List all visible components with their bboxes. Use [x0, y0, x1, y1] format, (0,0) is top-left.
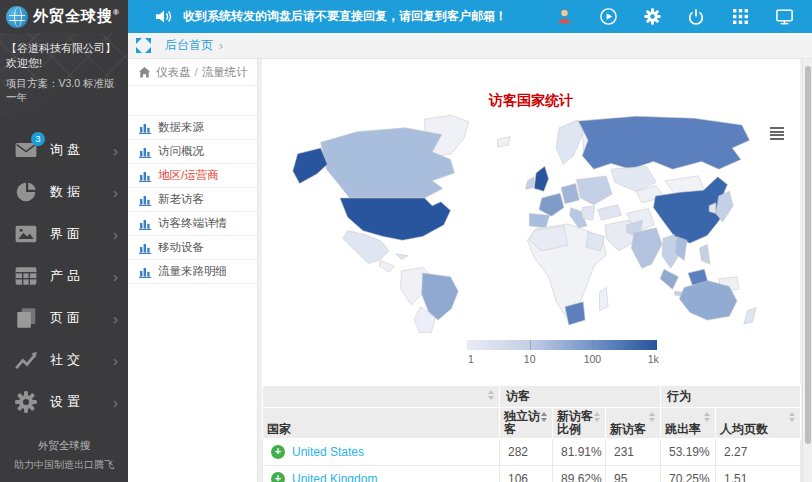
home-icon — [138, 66, 151, 79]
pie-chart-icon — [14, 180, 38, 204]
sidebar-item-interface[interactable]: 界面 › — [0, 213, 128, 255]
sub-item-label: 流量来路明细 — [158, 264, 227, 279]
logo-text: 外贸全球搜 — [33, 7, 113, 24]
col-header-country[interactable]: 国家 — [263, 408, 500, 439]
sidebar-item-label: 界面 — [50, 225, 113, 243]
chevron-right-icon: › — [113, 185, 118, 200]
breadcrumb-home-link[interactable]: 后台首页 — [165, 37, 213, 54]
image-icon — [14, 222, 38, 246]
sidebar-item-data[interactable]: 数据 › — [0, 171, 128, 213]
company-info: 【谷道科技有限公司】欢迎您! 项目方案：V3.0 标准版 一年 — [0, 33, 128, 115]
legend-tick: 1k — [648, 353, 659, 365]
globe-logo-icon — [6, 6, 28, 28]
sort-icon[interactable] — [488, 390, 494, 400]
col-header-bounce-rate[interactable]: 跳出率 — [661, 408, 716, 439]
vertical-scrollbar[interactable] — [802, 59, 812, 482]
cell-new-ratio: 81.91% — [553, 439, 606, 466]
sort-icon[interactable] — [704, 412, 710, 422]
sub-item-visit-overview[interactable]: 访问概况 — [128, 140, 257, 164]
line-chart-icon — [14, 348, 38, 372]
sort-icon[interactable] — [594, 412, 600, 422]
col-header-new-ratio[interactable]: 新访客比例 — [553, 408, 606, 439]
project-plan: 项目方案：V3.0 标准版 一年 — [6, 77, 122, 105]
sub-item-label: 新老访客 — [158, 192, 204, 207]
sidebar-item-label: 询盘 — [50, 141, 113, 159]
system-notice: 收到系统转发的询盘后请不要直接回复，请回复到客户邮箱！ — [183, 8, 507, 25]
user-avatar[interactable] — [542, 0, 586, 33]
world-map[interactable] — [288, 109, 788, 337]
col-header-unique-visitors[interactable]: 独立访客 — [500, 408, 553, 439]
footer-brand: 外贸全球搜 — [0, 439, 128, 453]
sub-item-data-source[interactable]: 数据来源 — [128, 116, 257, 140]
sidebar-item-settings[interactable]: 设置 › — [0, 381, 128, 423]
expand-plus-icon[interactable]: + — [271, 472, 285, 482]
chart-title: 访客国家统计 — [262, 92, 800, 110]
chart-panel: 访客国家统计 — [262, 59, 800, 482]
sidebar-footer: 外贸全球搜 助力中国制造出口腾飞 — [0, 431, 128, 482]
sidebar-item-product[interactable]: 产品 › — [0, 255, 128, 297]
inquiry-badge: 3 — [31, 132, 45, 146]
sub-item-visitor-terminal[interactable]: 访客终端详情 — [128, 212, 257, 236]
cell-bounce-rate: 53.19% — [661, 439, 716, 466]
scrollbar-thumb[interactable] — [805, 66, 811, 444]
cell-unique-visitors: 106 — [500, 466, 553, 482]
sub-item-traffic-source-detail[interactable]: 流量来路明细 — [128, 260, 257, 284]
cell-pages-per-visit: 2.27 — [716, 439, 801, 466]
monitor-icon[interactable] — [762, 0, 806, 33]
group-header-empty[interactable] — [263, 386, 500, 408]
country-link[interactable]: United States — [292, 445, 364, 459]
country-stats-table: 访客 行为 国家 独立访客 新访客比例 — [262, 385, 800, 482]
sidebar-menu: 3 询盘 › 数据 › 界面 › — [0, 129, 128, 423]
main-sidebar: 【谷道科技有限公司】欢迎您! 项目方案：V3.0 标准版 一年 3 询盘 › — [0, 33, 128, 482]
chevron-right-icon: › — [113, 395, 118, 410]
sub-item-label: 移动设备 — [158, 240, 204, 255]
breadcrumb-bar: 后台首页 › — [128, 33, 812, 59]
chevron-right-icon: › — [113, 143, 118, 158]
sidebar-item-label: 数据 — [50, 183, 113, 201]
registered-mark: ® — [113, 8, 120, 17]
sort-icon-active[interactable] — [541, 412, 547, 422]
mail-icon: 3 — [14, 138, 38, 162]
logo[interactable]: 外贸全球搜® — [0, 0, 128, 33]
bar-chart-icon — [139, 145, 152, 158]
fullscreen-expand-icon[interactable] — [136, 38, 151, 53]
cell-new-visitors: 231 — [606, 439, 661, 466]
sidebar-item-social[interactable]: 社交 › — [0, 339, 128, 381]
group-header-visitors: 访客 — [500, 386, 661, 408]
bar-chart-icon — [139, 265, 152, 278]
expand-plus-icon[interactable]: + — [271, 445, 285, 459]
sub-item-region-carrier[interactable]: 地区/运营商 — [128, 164, 257, 188]
chevron-right-icon: › — [113, 269, 118, 284]
gear-icon[interactable] — [630, 0, 674, 33]
speaker-icon — [154, 7, 173, 26]
sidebar-item-label: 页面 — [50, 309, 113, 327]
play-circle-icon[interactable] — [586, 0, 630, 33]
table-row: + United Kingdom 106 89.62% 95 70.25% 1.… — [263, 466, 801, 482]
col-header-pages-per-visit[interactable]: 人均页数 — [716, 408, 801, 439]
sub-breadcrumb: 仪表盘 / 流量统计 — [128, 59, 257, 86]
cell-unique-visitors: 282 — [500, 439, 553, 466]
sidebar-item-pages[interactable]: 页面 › — [0, 297, 128, 339]
cell-new-visitors: 95 — [606, 466, 661, 482]
cell-new-ratio: 89.62% — [553, 466, 606, 482]
crumb-section[interactable]: 仪表盘 — [156, 65, 191, 80]
sub-item-label: 地区/运营商 — [158, 168, 219, 183]
bar-chart-icon — [139, 241, 152, 254]
sub-item-label: 访问概况 — [158, 144, 204, 159]
apps-grid-icon[interactable] — [718, 0, 762, 33]
country-link[interactable]: United Kingdom — [292, 472, 377, 482]
gear-icon — [14, 390, 38, 414]
power-icon[interactable] — [674, 0, 718, 33]
sort-icon[interactable] — [649, 412, 655, 422]
col-header-new-visitors[interactable]: 新访客 — [606, 408, 661, 439]
table-row: + United States 282 81.91% 231 53.19% 2.… — [263, 439, 801, 466]
chevron-right-icon: › — [113, 311, 118, 326]
sub-item-mobile-devices[interactable]: 移动设备 — [128, 236, 257, 260]
cell-bounce-rate: 70.25% — [661, 466, 716, 482]
sub-item-new-old-visitors[interactable]: 新老访客 — [128, 188, 257, 212]
sub-item-label: 数据来源 — [158, 120, 204, 135]
chevron-right-icon: › — [113, 353, 118, 368]
sort-icon[interactable] — [789, 412, 795, 422]
sub-sidebar: 仪表盘 / 流量统计 数据来源 访问概况 地区/运营商 新老访客 访客终端详情 … — [128, 59, 258, 482]
sidebar-item-inquiry[interactable]: 3 询盘 › — [0, 129, 128, 171]
